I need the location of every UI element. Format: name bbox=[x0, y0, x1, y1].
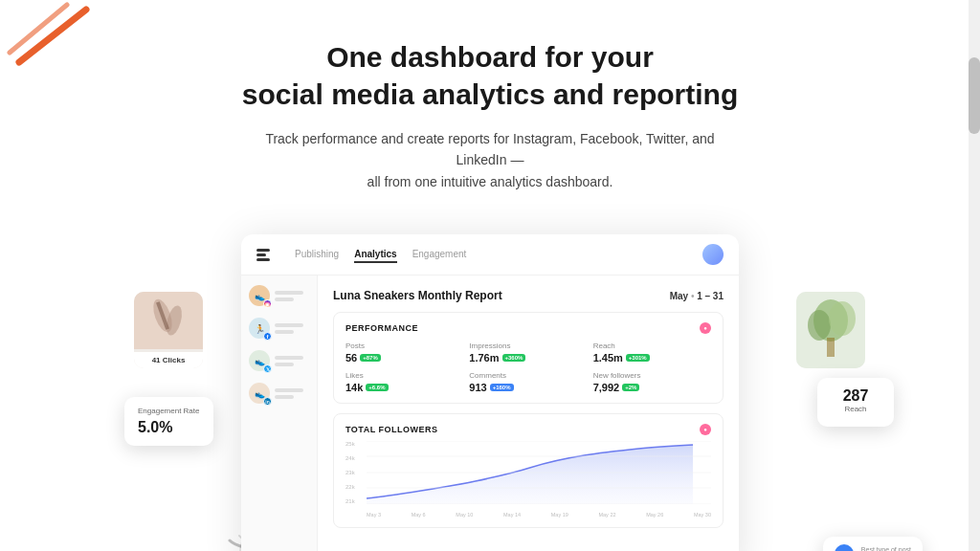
svg-point-16 bbox=[808, 310, 831, 341]
right-image-artwork bbox=[796, 292, 865, 368]
line-2 bbox=[275, 363, 294, 366]
best-post-label: Best type of post bbox=[861, 546, 911, 551]
metric-likes-value: 14k +6.6% bbox=[345, 382, 463, 393]
dashboard-card: Publishing Analytics Engagement 👟 bbox=[241, 234, 739, 551]
y-label-22k: 22k bbox=[345, 484, 355, 490]
hero-section: One dashboard for your social media anal… bbox=[0, 0, 980, 234]
account-sidebar: 👟 ▣ 🏃 bbox=[241, 276, 318, 551]
engagement-rate-value: 5.0% bbox=[138, 419, 200, 436]
deco-lines bbox=[0, 0, 115, 77]
x-label-may14: May 14 bbox=[503, 512, 521, 518]
metric-impressions-badge: +360% bbox=[502, 354, 526, 362]
svg-point-17 bbox=[829, 301, 856, 336]
reach-card: 287 Reach bbox=[817, 378, 894, 427]
image-card-artwork bbox=[134, 292, 203, 349]
best-post-text: Best type of post Video bbox=[861, 546, 911, 551]
clicks-label: 41 Clicks bbox=[134, 352, 203, 368]
twitter-badge: 𝕏 bbox=[263, 364, 272, 373]
nav-item-analytics[interactable]: Analytics bbox=[354, 247, 396, 263]
line-2 bbox=[275, 330, 294, 334]
followers-icon: ● bbox=[700, 424, 711, 435]
sidebar-instagram[interactable]: 👟 ▣ bbox=[249, 285, 309, 306]
metric-comments-badge: +160% bbox=[490, 384, 514, 391]
metric-impressions-value: 1.76m +360% bbox=[469, 352, 587, 364]
metric-posts-label: Posts bbox=[345, 342, 463, 350]
performance-grid: Posts 56 +87% Impressions 1.76m +360% bbox=[345, 342, 711, 393]
performance-section: Performance ● Posts 56 +87% bbox=[333, 312, 724, 404]
best-post-icon: ▶ bbox=[835, 544, 854, 551]
scrollbar-thumb[interactable] bbox=[969, 57, 980, 134]
metric-reach-value: 1.45m +301% bbox=[593, 352, 711, 364]
line-1 bbox=[275, 323, 303, 327]
image-card-right bbox=[796, 292, 865, 368]
x-label-may22: May 22 bbox=[598, 512, 615, 518]
sidebar-li-lines bbox=[275, 388, 309, 399]
user-avatar[interactable] bbox=[702, 244, 724, 265]
metric-impressions: Impressions 1.76m +360% bbox=[469, 342, 587, 364]
performance-title: Performance bbox=[345, 323, 418, 333]
engagement-rate-label: Engagement Rate bbox=[138, 407, 200, 415]
app-logo bbox=[256, 245, 276, 264]
reach-label: Reach bbox=[831, 405, 880, 413]
y-label-23k: 23k bbox=[345, 470, 355, 475]
performance-header: Performance ● bbox=[345, 322, 711, 334]
metric-likes-label: Likes bbox=[345, 371, 463, 380]
line-1 bbox=[275, 356, 303, 360]
line-1 bbox=[275, 388, 303, 392]
sidebar-linkedin[interactable]: 👟 in bbox=[249, 383, 309, 404]
x-label-may10: May 10 bbox=[456, 512, 473, 518]
instagram-badge: ▣ bbox=[263, 299, 272, 308]
reach-value: 287 bbox=[831, 387, 880, 405]
line-1 bbox=[275, 291, 303, 295]
metric-followers-value: 7,992 +2% bbox=[593, 382, 711, 393]
metric-posts-badge: +87% bbox=[360, 354, 381, 362]
metric-posts: Posts 56 +87% bbox=[345, 342, 463, 364]
nav-item-engagement[interactable]: Engagement bbox=[412, 247, 467, 263]
hero-subtitle: Track performance and create reports for… bbox=[251, 128, 729, 192]
sidebar-facebook[interactable]: 🏃 f bbox=[249, 318, 309, 339]
followers-title: Total followers bbox=[345, 425, 438, 434]
y-label-24k: 24k bbox=[345, 455, 355, 461]
report-title: Luna Sneakers Monthly Report bbox=[333, 289, 502, 302]
engagement-rate-card: Engagement Rate 5.0% bbox=[124, 397, 213, 446]
facebook-avatar: 🏃 f bbox=[249, 318, 270, 339]
image-card-left: 41 Clicks bbox=[134, 292, 203, 368]
chart-svg-wrapper bbox=[367, 441, 711, 504]
line-2 bbox=[275, 298, 294, 301]
instagram-avatar: 👟 ▣ bbox=[249, 285, 270, 306]
sidebar-twitter[interactable]: 👟 𝕏 bbox=[249, 350, 309, 371]
sidebar-fb-lines bbox=[275, 323, 309, 334]
x-label-may26: May 26 bbox=[646, 512, 663, 518]
y-label-21k: 21k bbox=[345, 498, 355, 504]
followers-section: Total followers ● 25k 24k 23k 22k 21k bbox=[333, 413, 724, 528]
x-label-may6: May 6 bbox=[412, 512, 426, 518]
linkedin-badge: in bbox=[263, 397, 272, 406]
chart-x-labels: May 3 May 6 May 10 May 14 May 19 May 22 … bbox=[367, 512, 711, 518]
metric-followers-badge: +2% bbox=[622, 384, 639, 391]
metric-reach-label: Reach bbox=[593, 342, 711, 350]
metric-posts-value: 56 +87% bbox=[345, 352, 463, 364]
hero-title: One dashboard for your social media anal… bbox=[19, 38, 961, 113]
followers-header: Total followers ● bbox=[345, 424, 711, 435]
metric-followers-label: New followers bbox=[593, 371, 711, 380]
nav-item-publishing[interactable]: Publishing bbox=[295, 247, 339, 263]
mockup-area: 41 Clicks Engagement Rate 5.0% Publishin… bbox=[0, 234, 980, 551]
metric-likes-badge: +6.6% bbox=[366, 384, 388, 391]
y-label-25k: 25k bbox=[345, 441, 355, 447]
metric-impressions-label: Impressions bbox=[469, 342, 587, 350]
linkedin-avatar: 👟 in bbox=[249, 383, 270, 404]
report-header: Luna Sneakers Monthly Report May • 1 – 3… bbox=[333, 289, 724, 302]
metric-new-followers: New followers 7,992 +2% bbox=[593, 371, 711, 393]
followers-chart: 25k 24k 23k 22k 21k bbox=[345, 441, 711, 518]
metric-reach: Reach 1.45m +301% bbox=[593, 342, 711, 364]
metric-reach-badge: +301% bbox=[626, 354, 650, 362]
performance-icon: ● bbox=[700, 322, 711, 334]
followers-chart-svg bbox=[367, 441, 711, 504]
line-2 bbox=[275, 395, 294, 399]
dashboard-nav: Publishing Analytics Engagement bbox=[241, 234, 739, 276]
sidebar-tw-lines bbox=[275, 356, 309, 366]
best-post-card: ▶ Best type of post Video bbox=[823, 537, 923, 551]
chart-area-fill bbox=[367, 445, 693, 504]
twitter-avatar: 👟 𝕏 bbox=[249, 350, 270, 371]
logo-bar-3 bbox=[256, 258, 270, 261]
